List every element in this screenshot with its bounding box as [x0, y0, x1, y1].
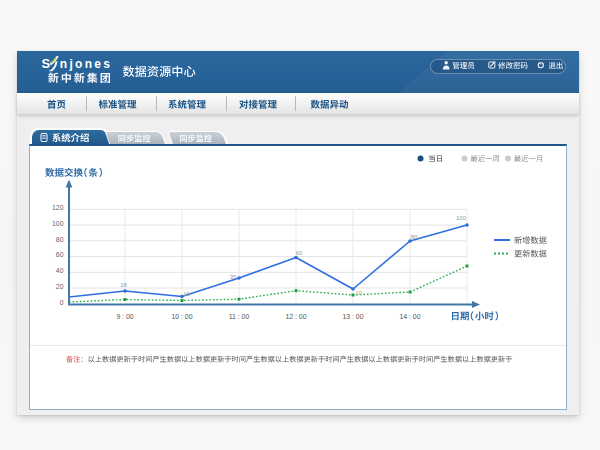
- svg-text:100: 100: [456, 215, 467, 221]
- svg-text:60: 60: [56, 251, 64, 258]
- svg-text:0: 0: [60, 299, 64, 306]
- svg-text:20: 20: [56, 283, 64, 290]
- svg-text:10: 10: [183, 291, 190, 297]
- svg-text:100: 100: [52, 220, 64, 227]
- svg-text:12 : 00: 12 : 00: [285, 313, 306, 320]
- svg-text:9 : 00: 9 : 00: [116, 313, 133, 320]
- svg-text:35: 35: [230, 274, 237, 280]
- svg-text:18: 18: [120, 282, 127, 288]
- svg-text:S: S: [42, 56, 51, 71]
- svg-text:60: 60: [296, 250, 303, 256]
- svg-text:10: 10: [355, 290, 362, 296]
- svg-text:14 : 00: 14 : 00: [399, 313, 420, 320]
- svg-text:njones: njones: [60, 57, 112, 71]
- svg-text:80: 80: [56, 236, 64, 243]
- svg-text:10 : 00: 10 : 00: [171, 313, 192, 320]
- svg-text:80: 80: [411, 234, 418, 240]
- svg-text:13 : 00: 13 : 00: [342, 313, 363, 320]
- svg-text:11 : 00: 11 : 00: [229, 313, 250, 320]
- svg-text:40: 40: [56, 267, 64, 274]
- svg-text:120: 120: [52, 204, 64, 211]
